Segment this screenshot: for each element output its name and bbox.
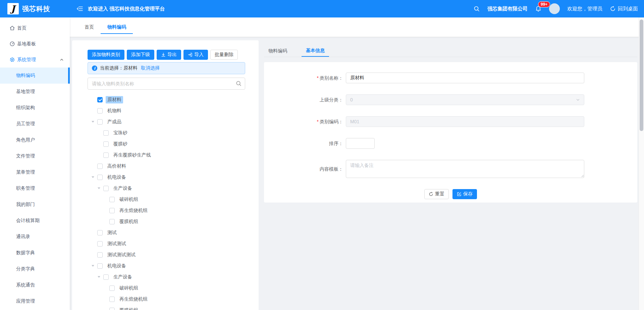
tree-checkbox[interactable] — [103, 274, 109, 280]
tree-node-label[interactable]: 机电设备 — [106, 174, 128, 181]
add-child-button[interactable]: 添加下级 — [127, 50, 154, 60]
tab-home[interactable]: 首页 — [78, 17, 101, 37]
tree-node[interactable]: 测试测试测试 — [88, 249, 245, 260]
sidebar-subitem[interactable]: 员工管理 — [0, 116, 70, 132]
export-button[interactable]: 导出 — [157, 50, 181, 60]
tree-node-label[interactable]: 产成品 — [106, 118, 123, 126]
tree-node-label[interactable]: 再生焙烧机组 — [118, 296, 149, 303]
menu-collapse-icon[interactable] — [76, 5, 83, 12]
tree-node-label[interactable]: 原材料 — [106, 96, 123, 103]
tree-node[interactable]: 机电设备 — [88, 172, 245, 183]
caret-down-icon[interactable] — [98, 276, 103, 278]
sidebar-item-dashboard[interactable]: 基地看板 — [0, 36, 70, 52]
tree-checkbox[interactable] — [109, 219, 115, 224]
sidebar-subitem[interactable]: 分类字典 — [0, 261, 70, 277]
tree-checkbox[interactable] — [97, 241, 103, 247]
category-name-input[interactable] — [346, 73, 584, 83]
tree-checkbox[interactable] — [97, 175, 103, 180]
tree-node[interactable]: 覆膜机组 — [88, 305, 245, 310]
sidebar-item-home[interactable]: 首页 — [0, 20, 70, 36]
caret-down-icon[interactable] — [104, 287, 109, 289]
back-to-desktop-button[interactable]: 回到桌面 — [610, 6, 638, 12]
tree-node[interactable]: 再生焙烧机组 — [88, 205, 245, 216]
tree-node-label[interactable]: 破碎机组 — [118, 284, 140, 292]
tree-node[interactable]: 测试 — [88, 227, 245, 238]
cancel-selection-link[interactable]: 取消选择 — [141, 65, 160, 71]
caret-down-icon[interactable] — [104, 298, 109, 300]
notification-bell[interactable]: 99+ — [535, 5, 542, 12]
tree-node[interactable]: 破碎机组 — [88, 282, 245, 294]
tree-checkbox[interactable] — [97, 97, 103, 102]
save-button[interactable]: 保存 — [452, 189, 477, 199]
tree-node[interactable]: 覆膜机组 — [88, 216, 245, 227]
caret-down-icon[interactable] — [92, 232, 97, 233]
caret-down-icon[interactable] — [98, 132, 103, 134]
detail-tab-material-coding[interactable]: 物料编码 — [264, 45, 291, 57]
tree-node[interactable]: 高价材料 — [88, 161, 245, 172]
tree-node[interactable]: 原材料 — [88, 94, 245, 105]
tree-node-label[interactable]: 生产设备 — [112, 185, 134, 192]
tree-checkbox[interactable] — [97, 263, 103, 269]
tree-checkbox[interactable] — [109, 285, 115, 291]
caret-down-icon[interactable] — [92, 254, 97, 256]
tree-node-label[interactable]: 机物料 — [106, 107, 123, 115]
tree-node[interactable]: 覆膜砂 — [88, 138, 245, 149]
tree-node-label[interactable]: 测试测试 — [106, 240, 128, 248]
caret-down-icon[interactable] — [92, 243, 97, 245]
sidebar-subitem[interactable]: 会计核算期 — [0, 213, 70, 229]
category-search-input[interactable] — [88, 78, 245, 90]
tree-node[interactable]: 再生焙烧机组 — [88, 294, 245, 305]
tree-node-label[interactable]: 测试测试测试 — [106, 251, 137, 259]
tree-node[interactable]: 生产设备 — [88, 271, 245, 282]
caret-down-icon[interactable] — [104, 210, 109, 211]
batch-delete-button[interactable]: 批量删除 — [210, 50, 238, 60]
tree-node[interactable]: 破碎机组 — [88, 194, 245, 205]
tree-node-label[interactable]: 覆膜砂 — [112, 140, 129, 148]
sidebar-subitem[interactable]: 物料编码 — [0, 68, 70, 84]
caret-down-icon[interactable] — [92, 165, 97, 167]
company-name[interactable]: 强芯集团有限公司 — [487, 6, 528, 12]
import-button[interactable]: 导入 — [183, 50, 208, 60]
sidebar-subitem[interactable]: 通讯录 — [0, 229, 70, 245]
sidebar-subitem[interactable]: 角色用户 — [0, 132, 70, 148]
sidebar-subitem[interactable]: 菜单管理 — [0, 164, 70, 180]
user-greeting[interactable]: 欢迎您，管理员 — [567, 6, 602, 12]
tab-material-coding[interactable]: 物料编码 — [101, 17, 133, 37]
sidebar-subitem[interactable]: 系统通告 — [0, 277, 70, 293]
scrollbar-thumb[interactable] — [640, 19, 643, 131]
detail-tab-basic-info[interactable]: 基本信息 — [302, 45, 329, 57]
tree-node-label[interactable]: 测试 — [106, 229, 118, 236]
tree-checkbox[interactable] — [109, 197, 115, 202]
reset-button[interactable]: 重置 — [424, 189, 449, 199]
tree-checkbox[interactable] — [97, 252, 103, 258]
tree-checkbox[interactable] — [103, 186, 109, 191]
tree-node-label[interactable]: 高价材料 — [106, 163, 128, 170]
tree-node[interactable]: 再生覆膜砂生产线 — [88, 149, 245, 161]
sidebar-subitem[interactable]: 组织架构 — [0, 100, 70, 116]
tree-node-label[interactable]: 破碎机组 — [118, 196, 140, 203]
tree-checkbox[interactable] — [109, 308, 115, 310]
sidebar-subitem[interactable]: 我的部门 — [0, 196, 70, 213]
add-category-button[interactable]: 添加物料类别 — [88, 50, 124, 60]
tree-node-label[interactable]: 再生覆膜砂生产线 — [112, 151, 153, 159]
caret-down-icon[interactable] — [92, 176, 97, 178]
sort-order-input[interactable] — [346, 138, 375, 149]
tree-checkbox[interactable] — [97, 108, 103, 114]
sidebar-subitem[interactable]: 职务管理 — [0, 180, 70, 196]
sidebar-subitem[interactable]: 数据字典 — [0, 245, 70, 261]
sidebar-subitem[interactable]: 应用管理 — [0, 293, 70, 309]
sidebar-subitem[interactable]: 基地管理 — [0, 84, 70, 100]
tree-node[interactable]: 测试测试 — [88, 238, 245, 249]
tree-checkbox[interactable] — [97, 230, 103, 235]
tree-node[interactable]: 生产设备 — [88, 183, 245, 194]
tree-node[interactable]: 机物料 — [88, 105, 245, 116]
caret-down-icon[interactable] — [104, 198, 109, 200]
content-template-textarea[interactable] — [346, 160, 584, 178]
tree-node[interactable]: 机电设备 — [88, 260, 245, 271]
caret-down-icon[interactable] — [104, 221, 109, 222]
tree-node-label[interactable]: 宝珠砂 — [112, 129, 129, 137]
tree-node-label[interactable]: 生产设备 — [112, 273, 134, 281]
tree-node-label[interactable]: 再生焙烧机组 — [118, 207, 149, 214]
tree-node[interactable]: 产成品 — [88, 116, 245, 127]
tree-checkbox[interactable] — [97, 119, 103, 125]
